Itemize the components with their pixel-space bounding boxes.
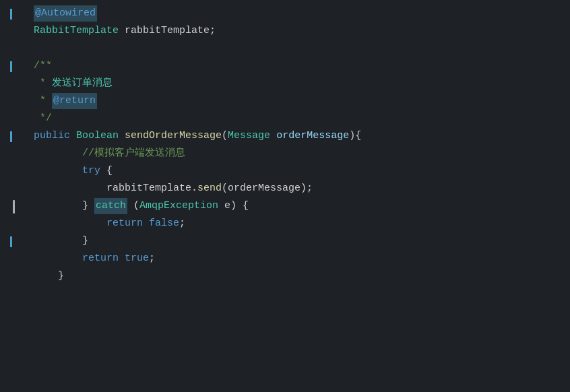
keyword-return-false: return bbox=[106, 216, 143, 232]
code-line-8: public Boolean sendOrderMessage(Message … bbox=[34, 128, 570, 145]
annotation-autowired: @Autowired bbox=[34, 5, 97, 22]
method-send: send bbox=[197, 181, 222, 197]
indent-11: rabbitTemplate. bbox=[34, 181, 197, 197]
gutter bbox=[0, 0, 27, 392]
indent-15 bbox=[34, 251, 82, 267]
gutter-line-5 bbox=[9, 75, 18, 93]
gutter-line-6 bbox=[9, 93, 18, 110]
gutter-line-2 bbox=[9, 23, 18, 40]
method-sendorder: sendOrderMessage bbox=[125, 128, 222, 144]
space-2 bbox=[119, 128, 125, 144]
comment-inline: //模拟客户端发送消息 bbox=[82, 145, 185, 162]
keyword-try: try bbox=[82, 163, 100, 179]
indent-9 bbox=[34, 145, 82, 162]
comment-chinese: 发送订单消息 bbox=[52, 75, 113, 92]
code-line-12: } catch (AmqpException e) { bbox=[34, 198, 570, 216]
keyword-true: true bbox=[125, 251, 149, 267]
space-3 bbox=[270, 128, 276, 144]
code-editor: @Autowired RabbitTemplate rabbitTemplate… bbox=[0, 0, 570, 392]
comment-star-5: * bbox=[34, 75, 52, 92]
gutter-line-8 bbox=[9, 128, 18, 145]
space-1 bbox=[70, 128, 76, 144]
comment-star-6: * bbox=[34, 93, 52, 109]
keyword-return-true: return bbox=[82, 251, 119, 267]
code-line-14: } bbox=[34, 233, 570, 251]
method-close-brace: } bbox=[34, 268, 64, 284]
paren-open: ( bbox=[222, 128, 228, 144]
annotation-return: @return bbox=[52, 93, 97, 109]
code-line-5: * 发送订单消息 bbox=[34, 75, 570, 93]
gutter-line-13 bbox=[9, 216, 18, 233]
indent-13 bbox=[34, 216, 106, 232]
code-line-9: //模拟客户端发送消息 bbox=[34, 145, 570, 163]
gutter-line-9 bbox=[9, 145, 18, 163]
code-line-16: } bbox=[34, 268, 570, 286]
gutter-line-1 bbox=[9, 5, 18, 23]
gutter-line-11 bbox=[9, 181, 18, 198]
code-content: @Autowired RabbitTemplate rabbitTemplate… bbox=[27, 0, 570, 392]
gutter-line-7 bbox=[9, 110, 18, 128]
catch-close-brace: } bbox=[34, 233, 88, 249]
try-brace: { bbox=[100, 163, 113, 179]
comment-close: */ bbox=[34, 110, 52, 127]
code-line-4: /** bbox=[34, 58, 570, 75]
keyword-catch: catch bbox=[94, 198, 127, 214]
space-true bbox=[119, 251, 125, 267]
semi-true: ; bbox=[149, 251, 155, 267]
send-args: (orderMessage); bbox=[222, 181, 313, 197]
space-false bbox=[143, 216, 149, 232]
catch-param: e) { bbox=[218, 198, 249, 214]
gutter-line-16 bbox=[9, 268, 18, 286]
gutter-line-3 bbox=[9, 40, 18, 58]
brace-open-method: ){ bbox=[349, 128, 361, 144]
code-line-6: * @return bbox=[34, 93, 570, 110]
gutter-line-14 bbox=[9, 233, 18, 251]
keyword-false: false bbox=[149, 216, 179, 232]
param-ordermessage: orderMessage bbox=[276, 128, 349, 144]
code-line-10: try { bbox=[34, 163, 570, 181]
type-boolean: Boolean bbox=[76, 128, 119, 144]
gutter-line-10 bbox=[9, 163, 18, 181]
type-message: Message bbox=[228, 128, 270, 144]
type-rabbittemplate: RabbitTemplate bbox=[34, 23, 119, 39]
type-amqpexception: AmqpException bbox=[139, 198, 218, 214]
keyword-public: public bbox=[34, 128, 70, 144]
comment-open: /** bbox=[34, 58, 52, 74]
gutter-line-4 bbox=[9, 58, 18, 75]
code-line-3 bbox=[34, 40, 570, 58]
code-line-1: @Autowired bbox=[34, 5, 570, 23]
code-line-11: rabbitTemplate.send(orderMessage); bbox=[34, 181, 570, 198]
indent-12: } bbox=[34, 198, 94, 214]
semi-false: ; bbox=[179, 216, 185, 232]
code-line-7: */ bbox=[34, 110, 570, 128]
gutter-line-12 bbox=[9, 198, 18, 216]
code-line-13: return false; bbox=[34, 216, 570, 233]
indent-10 bbox=[34, 163, 82, 179]
code-line-15: return true; bbox=[34, 251, 570, 268]
text-variable: rabbitTemplate; bbox=[119, 23, 216, 39]
catch-paren: ( bbox=[127, 198, 139, 214]
code-line-2: RabbitTemplate rabbitTemplate; bbox=[34, 23, 570, 40]
gutter-line-15 bbox=[9, 251, 18, 268]
